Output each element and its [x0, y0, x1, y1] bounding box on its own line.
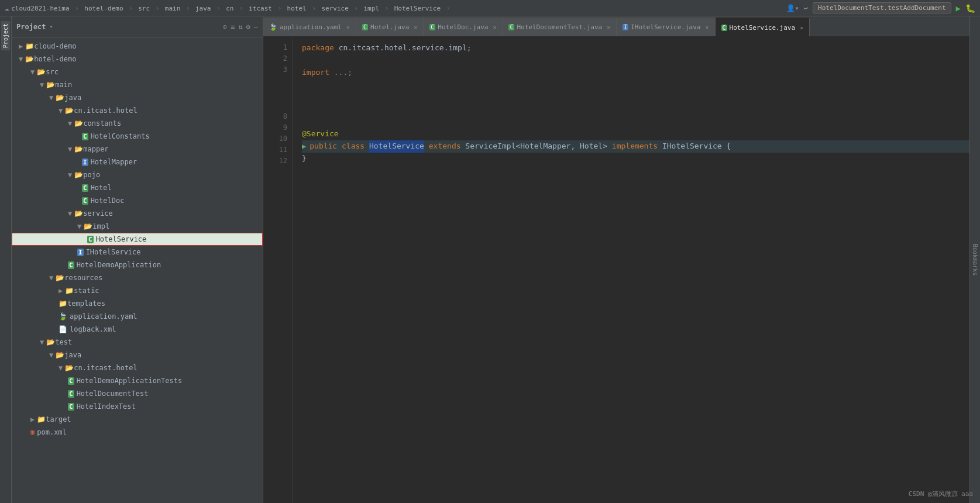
- debug-icon[interactable]: 🐛: [965, 4, 975, 13]
- tabs-bar: 🍃 application.yaml ✕ C Hotel.java ✕ C Ho…: [263, 16, 969, 37]
- class-c-icon-hoteldoc: C: [82, 197, 88, 205]
- sidebar-title: Project: [16, 23, 46, 31]
- collapse-icon[interactable]: ≡: [231, 23, 235, 31]
- tree-item-main[interactable]: ▼ 📂 main: [12, 78, 263, 91]
- sidebar-actions: ⊙ ≡ ⇅ ⚙ —: [223, 23, 258, 31]
- tab-close-hoteldoc-java[interactable]: ✕: [493, 24, 496, 30]
- class-c-icon-tests3: C: [68, 403, 74, 411]
- tree-item-hotelindextest[interactable]: C HotelIndexTest: [12, 400, 263, 413]
- vertical-tabs-panel: Project: [0, 16, 12, 503]
- tree-item-src[interactable]: ▼ 📂 src: [12, 66, 263, 78]
- tree-item-pom-xml[interactable]: m pom.xml: [12, 426, 263, 439]
- top-bar: ☁ cloud2021-heima › hotel-demo › src › m…: [0, 0, 980, 16]
- tree-item-hotelservice[interactable]: C HotelService: [12, 233, 263, 246]
- tree-item-target[interactable]: ▶ 📁 target: [12, 413, 263, 426]
- folder-open-icon-test: 📂: [46, 338, 55, 346]
- run-config[interactable]: HotelDocumentTest.testAddDocument: [813, 2, 951, 13]
- folder-icon-static: 📁: [65, 287, 74, 295]
- tab-hotelservice-java[interactable]: C HotelService.java ✕: [716, 18, 810, 36]
- project-tab[interactable]: Project: [1, 21, 10, 50]
- folder-open-icon-service: 📂: [74, 209, 83, 218]
- folder-icon-target: 📁: [37, 415, 46, 423]
- tree-item-hotel[interactable]: C Hotel: [12, 181, 263, 194]
- locate-icon[interactable]: ⊙: [223, 23, 227, 31]
- sort-icon[interactable]: ⇅: [238, 23, 242, 31]
- watermark: CSDN @清风微凉 aaa: [909, 490, 973, 498]
- tree-item-hotelconstants[interactable]: C HotelConstants: [12, 130, 263, 143]
- folder-open-icon-test-java: 📂: [56, 351, 64, 359]
- tree-item-ihotelservice[interactable]: I IHotelService: [12, 246, 263, 259]
- bookmarks-panel[interactable]: Bookmarks: [969, 16, 980, 503]
- tree-item-hoteldemoapplication[interactable]: C HotelDemoApplication: [12, 259, 263, 271]
- yaml-icon: 🍃: [59, 312, 67, 321]
- tree-item-cloud-demo[interactable]: ▶ 📁 cloud-demo: [12, 40, 263, 53]
- tree-item-constants[interactable]: ▼ 📂 constants: [12, 117, 263, 130]
- line-numbers: 1 2 3 8 9 10 11 12: [263, 37, 293, 503]
- tree-item-hotelmapper[interactable]: I HotelMapper: [12, 156, 263, 168]
- maven-icon: m: [30, 428, 35, 436]
- folder-open-icon-src: 📂: [37, 68, 46, 76]
- tree-item-test[interactable]: ▼ 📂 test: [12, 336, 263, 349]
- breadcrumb: cloud2021-heima › hotel-demo › src › mai…: [11, 4, 451, 12]
- minimize-icon[interactable]: —: [254, 23, 258, 31]
- project-icon: ☁: [5, 4, 9, 12]
- tab-hotel-java[interactable]: C Hotel.java ✕: [356, 18, 424, 36]
- tree-item-service[interactable]: ▼ 📂 service: [12, 207, 263, 220]
- tab-close-application-yaml[interactable]: ✕: [346, 24, 350, 30]
- tree-item-test-cn[interactable]: ▼ 📂 cn.itcast.hotel: [12, 361, 263, 374]
- tree-item-impl[interactable]: ▼ 📂 impl: [12, 220, 263, 233]
- back-icon[interactable]: ↩: [804, 4, 808, 12]
- folder-open-icon-pojo: 📂: [74, 171, 83, 179]
- class-c-icon: C: [82, 133, 88, 140]
- tab-close-hoteldocumenttest[interactable]: ✕: [607, 24, 610, 30]
- editor-area: 🍃 application.yaml ✕ C Hotel.java ✕ C Ho…: [263, 16, 969, 503]
- tab-hoteldocumenttest-java[interactable]: C HotelDocumentTest.java ✕: [503, 18, 617, 36]
- tree-item-hoteldemoapp-tests[interactable]: C HotelDemoApplicationTests: [12, 374, 263, 387]
- class-c-icon-tests2: C: [68, 390, 74, 398]
- tree-item-test-java[interactable]: ▼ 📂 java: [12, 349, 263, 361]
- tree-item-application-yaml[interactable]: 🍃 application.yaml: [12, 310, 263, 323]
- sidebar-header: Project ▾ ⊙ ≡ ⇅ ⚙ —: [12, 16, 263, 37]
- tree-item-logback-xml[interactable]: 📄 logback.xml: [12, 323, 263, 336]
- class-i-icon-ihotel: I: [77, 249, 84, 256]
- tree-item-hoteldocumenttest[interactable]: C HotelDocumentTest: [12, 387, 263, 400]
- run-icon[interactable]: ▶: [956, 4, 961, 13]
- tab-application-yaml[interactable]: 🍃 application.yaml ✕: [263, 18, 356, 36]
- folder-open-icon-constants: 📂: [74, 119, 83, 128]
- code-line-12: [302, 165, 969, 177]
- code-line-2: [302, 54, 969, 67]
- folder-open-icon-mapper: 📂: [74, 145, 83, 153]
- expand-arrow: ▼: [19, 55, 23, 63]
- folder-open-icon-resources: 📂: [56, 274, 64, 282]
- tab-hoteldoc-java[interactable]: C HotelDoc.java ✕: [424, 18, 503, 36]
- tab-yaml-icon: 🍃: [269, 23, 277, 31]
- top-bar-actions: 👤▾ ↩ HotelDocumentTest.testAddDocument ▶…: [786, 2, 975, 13]
- main-layout: Project Project ▾ ⊙ ≡ ⇅ ⚙ — ▶ 📁 cloud-de…: [0, 16, 980, 503]
- class-c-icon-tests1: C: [68, 377, 74, 385]
- tab-c-icon-hoteldoctest: C: [508, 24, 514, 30]
- folder-icon-templates: 📁: [59, 299, 67, 308]
- tree-item-cn-itcast-hotel[interactable]: ▼ 📂 cn.itcast.hotel: [12, 104, 263, 117]
- code-content[interactable]: package cn.itcast.hotel.service.impl; im…: [293, 37, 969, 503]
- tree-item-mapper[interactable]: ▼ 📂 mapper: [12, 143, 263, 156]
- tree-item-resources[interactable]: ▼ 📂 resources: [12, 271, 263, 284]
- tab-ihotelservice-java[interactable]: I IHotelService.java ✕: [617, 18, 715, 36]
- bookmarks-label: Bookmarks: [972, 244, 978, 275]
- tree-item-java[interactable]: ▼ 📂 java: [12, 91, 263, 104]
- tree-item-hoteldoc[interactable]: C HotelDoc: [12, 194, 263, 207]
- user-icon[interactable]: 👤▾: [786, 4, 799, 12]
- folder-icon: 📁: [25, 42, 34, 50]
- tab-close-ihotelservice[interactable]: ✕: [705, 24, 709, 30]
- class-c-icon-hotelservice: C: [87, 236, 94, 243]
- file-tree: ▶ 📁 cloud-demo ▼ 📂 hotel-demo ▼ 📂 src: [12, 37, 263, 503]
- settings-icon[interactable]: ⚙: [246, 23, 250, 31]
- tab-c-icon-hotelservice: C: [721, 25, 727, 31]
- tab-close-hotel-java[interactable]: ✕: [414, 24, 417, 30]
- folder-open-icon-impl: 📂: [84, 222, 92, 230]
- tree-item-hotel-demo[interactable]: ▼ 📂 hotel-demo: [12, 53, 263, 66]
- tree-item-pojo[interactable]: ▼ 📂 pojo: [12, 168, 263, 181]
- tab-close-hotelservice[interactable]: ✕: [800, 25, 803, 31]
- tree-item-templates[interactable]: 📁 templates: [12, 297, 263, 310]
- run-gutter-icon[interactable]: ▶: [302, 141, 306, 152]
- tree-item-static[interactable]: ▶ 📁 static: [12, 284, 263, 297]
